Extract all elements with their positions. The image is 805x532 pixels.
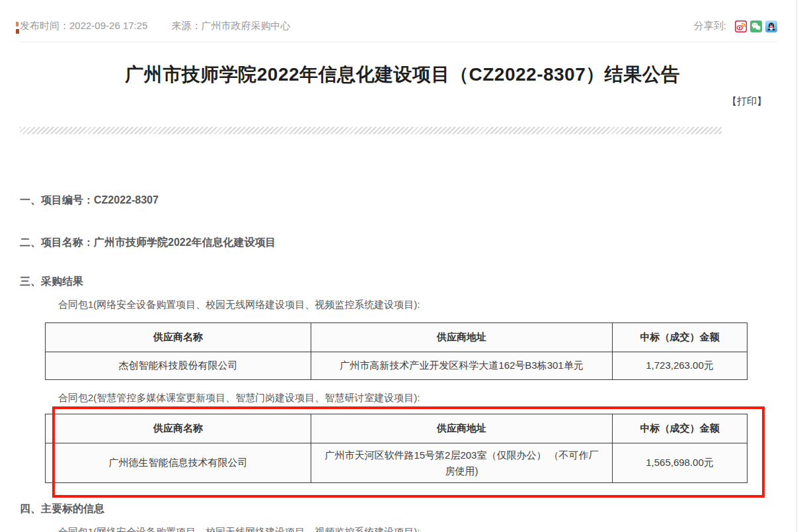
qq-share-icon[interactable] [765,20,777,32]
supplier-name-cell: 广州德生智能信息技术有限公司 [46,443,311,483]
header-supplier-address: 供应商地址 [311,414,613,443]
publish-time-value: 2022-09-26 17:25 [69,20,147,31]
section-procurement-result: 三、采购结果 [20,275,83,289]
header-award-amount: 中标（成交）金额 [613,323,748,352]
meta-bar: 发布时间：2022-09-26 17:25 来源：广州市政府采购中心 分享到: [20,20,777,32]
share-label: 分享到: [694,20,726,32]
publish-time: 发布时间：2022-09-26 17:25 [20,20,147,32]
share-group: 分享到: [694,20,777,32]
table-header-row: 供应商名称 供应商地址 中标（成交）金额 [46,414,748,443]
supplier-address-cell: 广州市天河区软件路15号第2层203室（仅限办公） （不可作厂房使用) [311,443,613,483]
award-amount-cell: 1,565,698.00元 [613,443,748,483]
header-award-amount: 中标（成交）金额 [613,414,748,443]
source: 来源：广州市政府采购中心 [171,20,290,32]
result-table-package1: 供应商名称 供应商地址 中标（成交）金额 杰创智能科技股份有限公司 广州市高新技… [45,323,748,380]
section-project-number: 一、项目编号：CZ2022-8307 [20,194,159,208]
section-main-subject-info: 四、主要标的信息 [20,502,104,516]
result-table-package2: 供应商名称 供应商地址 中标（成交）金额 广州德生智能信息技术有限公司 广州市天… [45,414,748,483]
wechat-share-icon[interactable] [750,20,762,32]
source-value: 广州市政府采购中心 [201,20,290,31]
meta-divider [20,42,777,42]
package2-label: 合同包2(智慧管控多媒体课室更新项目、智慧门岗建设项目、智慧研讨室建设项目): [58,392,420,404]
table-row: 广州德生智能信息技术有限公司 广州市天河区软件路15号第2层203室（仅限办公）… [46,443,748,483]
publish-time-label: 发布时间： [20,20,69,31]
section-project-name: 二、项目名称：广州市技师学院2022年信息化建设项目 [20,236,276,250]
hatched-divider [20,127,722,134]
award-amount-cell: 1,723,263.00元 [613,352,748,380]
print-button[interactable]: 【打印】 [727,95,767,108]
header-supplier-name: 供应商名称 [46,323,311,352]
source-label: 来源： [171,20,201,31]
table-row: 杰创智能科技股份有限公司 广州市高新技术产业开发区科学大道162号B3栋301单… [46,352,748,380]
package1-label: 合同包1(网络安全设备购置项目、校园无线网络建设项目、视频监控系统建设项目): [58,299,420,311]
left-edge-artifact [16,22,19,26]
header-supplier-name: 供应商名称 [46,414,311,443]
weibo-share-icon[interactable] [735,20,747,32]
supplier-name-cell: 杰创智能科技股份有限公司 [46,352,311,380]
left-edge-artifact [16,29,19,34]
page-title: 广州市技师学院2022年信息化建设项目（CZ2022-8307）结果公告 [40,62,765,87]
table-header-row: 供应商名称 供应商地址 中标（成交）金额 [46,323,748,352]
header-supplier-address: 供应商地址 [311,323,613,352]
page-right-border [796,0,797,532]
supplier-address-cell: 广州市高新技术产业开发区科学大道162号B3栋301单元 [311,352,613,380]
partial-bottom-line: 合同包1(网络安全设备购置项目、校园无线网络建设项目、视频监控系统建设项目): [58,526,420,532]
